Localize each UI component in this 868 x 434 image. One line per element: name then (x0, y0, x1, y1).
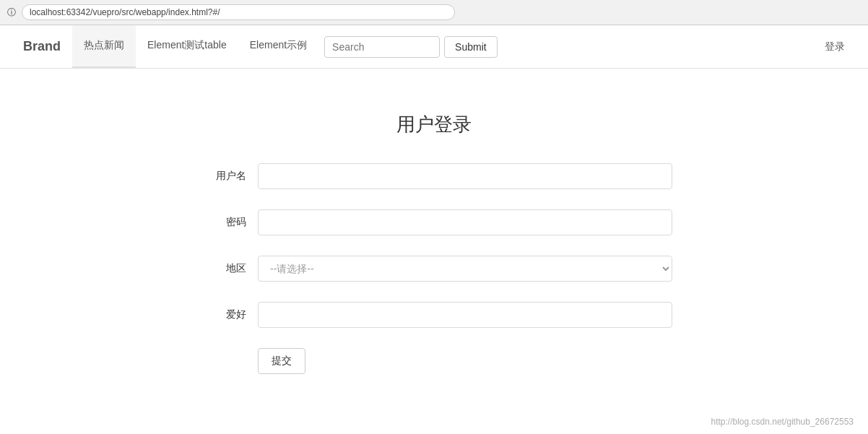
select-region[interactable]: --请选择-- (258, 256, 672, 282)
label-password: 密码 (196, 216, 246, 229)
input-hobby[interactable] (258, 302, 672, 328)
form-title: 用户登录 (396, 112, 472, 137)
form-submit-button[interactable]: 提交 (258, 348, 305, 374)
input-password[interactable] (258, 209, 672, 235)
form-group-region: 地区 --请选择-- (196, 256, 672, 282)
navbar-right: 登录 (813, 40, 856, 53)
nav-item-element-table[interactable]: Element测试table (136, 25, 238, 69)
form-submit-row: 提交 (196, 348, 672, 374)
browser-bar: ⓘ localhost:63342/vuepro/src/webapp/inde… (0, 0, 868, 25)
nav-item-element-example[interactable]: Element示例 (238, 25, 318, 69)
search-input[interactable] (324, 36, 440, 58)
login-form: 用户名 密码 地区 --请选择-- 爱好 提交 (196, 163, 672, 374)
form-group-password: 密码 (196, 209, 672, 235)
label-region: 地区 (196, 262, 246, 275)
form-group-username: 用户名 (196, 163, 672, 189)
nav-menu: 热点新闻 Element测试table Element示例 (72, 25, 318, 69)
login-link[interactable]: 登录 (813, 40, 856, 53)
browser-icon: ⓘ (7, 6, 16, 19)
submit-button[interactable]: Submit (444, 36, 498, 58)
url-bar[interactable]: localhost:63342/vuepro/src/webapp/index.… (22, 4, 455, 20)
nav-item-hot-news[interactable]: 热点新闻 (72, 25, 136, 69)
navbar-search: Submit (324, 36, 498, 58)
form-group-hobby: 爱好 (196, 302, 672, 328)
label-hobby: 爱好 (196, 308, 246, 321)
navbar-brand[interactable]: Brand (12, 25, 72, 69)
navbar: Brand 热点新闻 Element测试table Element示例 Subm… (0, 25, 868, 69)
label-username: 用户名 (196, 170, 246, 183)
main-content: 用户登录 用户名 密码 地区 --请选择-- 爱好 提交 (0, 69, 868, 389)
input-username[interactable] (258, 163, 672, 189)
